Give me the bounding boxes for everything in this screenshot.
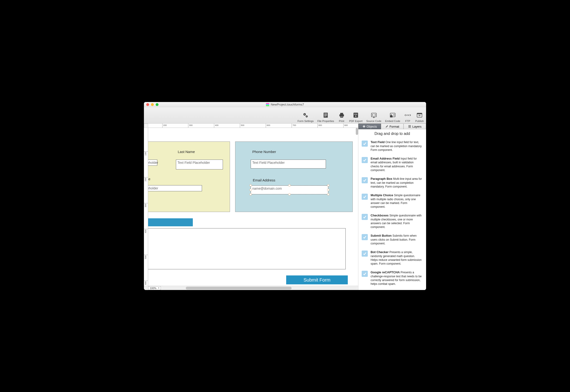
svg-rect-20 (417, 113, 422, 114)
email-address-label: Email Address (253, 178, 275, 182)
svg-rect-26 (408, 127, 411, 128)
publish-button[interactable]: W Publish (415, 112, 424, 123)
file-properties-button[interactable]: File Properties (317, 112, 334, 123)
gears-icon (302, 112, 309, 119)
vertical-ruler[interactable]: 100 200 300 400 500 600 (144, 128, 148, 286)
canvas-viewport[interactable]: Last Name eholder Text Field Placeholder… (148, 128, 358, 286)
check-icon (362, 234, 368, 240)
ftp-button[interactable]: FTP FTP (404, 112, 412, 123)
app-window: NewProject.touchforms7 Form Settings Fil… (144, 102, 426, 290)
last-name-input[interactable]: Text Field Placeholder (176, 160, 223, 169)
tab-layers[interactable]: Layers (403, 124, 426, 129)
svg-rect-7 (324, 115, 327, 116)
publish-icon: W (416, 112, 423, 119)
object-item-text-field[interactable]: Text Field One line input field for text… (358, 138, 426, 154)
resize-handle-ne[interactable] (327, 184, 329, 187)
inspector-title: Drag and drop to add (358, 129, 426, 138)
partial-label-e: e (148, 177, 150, 181)
object-item-submit-button[interactable]: Submit Button Submits form when users cl… (358, 231, 426, 248)
check-icon (362, 140, 368, 147)
svg-rect-11 (340, 116, 343, 118)
source-code-button[interactable]: Source Code (366, 112, 381, 123)
inspector-panel: Objects Format Layers Drag and drop to a… (358, 124, 426, 290)
layers-icon (408, 125, 411, 128)
horizontal-ruler[interactable]: 200 300 400 500 600 700 800 900 (148, 124, 358, 128)
last-name-label: Last Name (178, 150, 195, 154)
document-lines-icon (322, 112, 329, 119)
resize-handle-s[interactable] (288, 193, 291, 196)
yellow-panel[interactable]: Last Name eholder Text Field Placeholder… (148, 141, 230, 212)
text-input-partial-left[interactable]: eholder (148, 160, 157, 166)
svg-rect-5 (324, 113, 327, 114)
vertical-scrollbar[interactable] (356, 128, 358, 135)
resize-handle-sw[interactable] (249, 193, 252, 196)
inspector-tabs: Objects Format Layers (358, 124, 426, 129)
object-item-google-recaptcha[interactable]: Google reCAPTCHA Presents a challenge-re… (358, 268, 426, 288)
print-button[interactable]: Print (338, 112, 345, 123)
printer-icon (338, 112, 345, 119)
resize-handle-w[interactable] (249, 189, 252, 191)
svg-rect-6 (324, 114, 327, 115)
check-icon (362, 157, 368, 163)
svg-point-1 (304, 114, 305, 115)
check-icon (362, 194, 368, 200)
svg-rect-8 (324, 116, 326, 117)
object-item-checkboxes[interactable]: Checkboxes Simple questionnaire with mul… (358, 211, 426, 231)
text-input-partial-bottom[interactable]: eholder (148, 185, 202, 191)
pdf-icon: PDF (352, 112, 359, 119)
svg-rect-12 (341, 116, 342, 117)
window-title-text: NewProject.touchforms7 (271, 103, 304, 106)
plus-icon (362, 125, 366, 128)
objects-list: Text Field One line input field for text… (358, 138, 426, 290)
editor-body: 200 300 400 500 600 700 800 900 100 200 … (144, 124, 426, 290)
svg-text:FTP: FTP (406, 114, 409, 116)
submit-form-button[interactable]: Submit Form (286, 275, 348, 284)
resize-handle-e[interactable] (327, 189, 329, 191)
toolbar: Form Settings File Properties Print PDF … (144, 107, 426, 124)
blue-panel[interactable]: Phone Number Text Field Placeholder Emai… (235, 141, 353, 212)
svg-rect-10 (340, 113, 343, 114)
tab-format[interactable]: Format (381, 124, 403, 129)
object-item-email-address-field[interactable]: Email Address Field Input field for emai… (358, 154, 426, 174)
window-title: NewProject.touchforms7 (144, 103, 426, 106)
tab-objects[interactable]: Objects (358, 124, 381, 129)
svg-rect-17 (390, 115, 392, 117)
pdf-export-button[interactable]: PDF PDF Export (349, 112, 363, 123)
check-icon (362, 214, 368, 220)
svg-point-3 (306, 116, 307, 117)
ruler-corner (144, 124, 148, 128)
horizontal-scroll-thumb[interactable] (186, 287, 292, 290)
embed-icon (389, 112, 397, 119)
svg-text:PDF: PDF (354, 113, 358, 115)
zoom-selector[interactable]: 100% (148, 286, 161, 290)
resize-handle-nw[interactable] (249, 184, 252, 187)
canvas-footer: 100% (144, 286, 358, 290)
check-icon (362, 177, 368, 183)
titlebar: NewProject.touchforms7 (144, 102, 426, 107)
object-item-bot-checker[interactable]: Bot Checker Presents a simple, randomly … (358, 248, 426, 268)
ftp-icon: FTP (404, 112, 412, 119)
object-item-multiple-choice[interactable]: Multiple Choice Simple questionnaire wit… (358, 191, 426, 211)
svg-rect-24 (408, 125, 411, 126)
blue-rectangle[interactable] (148, 218, 193, 226)
resize-handle-se[interactable] (327, 193, 329, 196)
pencil-icon (385, 125, 388, 128)
phone-number-label: Phone Number (252, 150, 276, 154)
paragraph-box[interactable] (148, 228, 346, 269)
horizontal-scrollbar[interactable] (162, 287, 357, 290)
check-icon (362, 251, 368, 257)
object-item-paragraph-box[interactable]: Paragraph Box Multi-line input area for … (358, 174, 426, 191)
svg-text:W: W (419, 114, 421, 117)
code-icon (370, 112, 378, 119)
check-icon (362, 271, 368, 277)
svg-rect-23 (363, 126, 365, 127)
canvas-area: 200 300 400 500 600 700 800 900 100 200 … (144, 124, 358, 290)
form-settings-button[interactable]: Form Settings (298, 112, 314, 123)
phone-number-input[interactable]: Text Field Placeholder (251, 160, 326, 168)
document-icon (266, 103, 269, 106)
svg-rect-25 (408, 126, 411, 127)
resize-handle-n[interactable] (288, 184, 291, 187)
embed-code-button[interactable]: Embed Code (385, 112, 400, 123)
